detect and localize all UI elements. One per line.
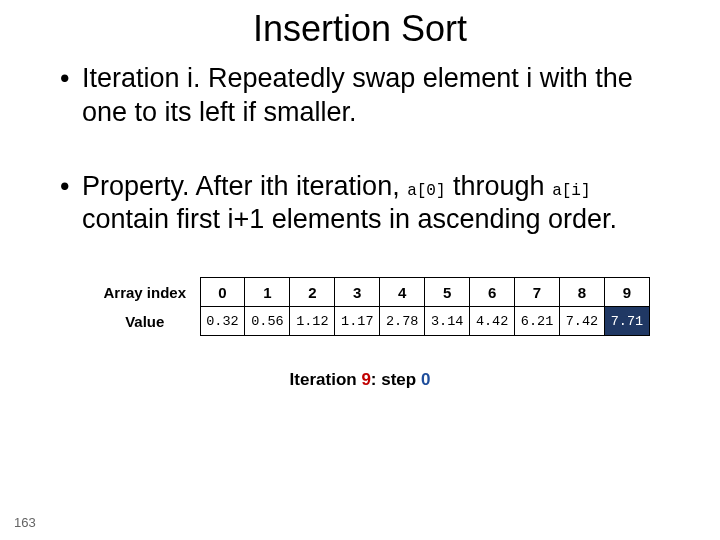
value-cell: 1.12 [290,307,335,336]
value-cell: 2.78 [380,307,425,336]
code-inline: a[0] [407,182,445,200]
index-cell: 8 [560,278,605,307]
slide-title: Insertion Sort [0,0,720,62]
bullet-text-post: contain first i+1 elements in ascending … [82,204,617,234]
bullet-text-pre: Property. After ith iteration, [82,171,407,201]
bullet-text: Property. After ith iteration, a[0] thro… [82,170,680,238]
index-cell: 2 [290,278,335,307]
array-table: Array index 0 1 2 3 4 5 6 7 8 9 Value 0.… [90,277,650,336]
bullet-item: • Property. After ith iteration, a[0] th… [60,170,680,238]
bullet-text-pre: Iteration i. Repeatedly swap element i w… [82,63,633,127]
index-cell: 1 [245,278,290,307]
value-cell: 0.56 [245,307,290,336]
iteration-number: 9 [361,370,370,389]
bullet-dot: • [60,62,82,130]
table-row: Array index 0 1 2 3 4 5 6 7 8 9 [90,278,650,307]
value-cell: 3.14 [425,307,470,336]
index-cell: 0 [200,278,245,307]
iteration-caption: Iteration 9: step 0 [0,370,720,390]
caption-mid: : step [371,370,421,389]
caption-pre: Iteration [290,370,362,389]
index-cell: 5 [425,278,470,307]
index-cell: 4 [380,278,425,307]
code-inline: a[i] [552,182,590,200]
value-cell: 1.17 [335,307,380,336]
value-cell: 0.32 [200,307,245,336]
value-cell: 4.42 [470,307,515,336]
index-cell: 7 [515,278,560,307]
value-cell: 6.21 [515,307,560,336]
bullet-list: • Iteration i. Repeatedly swap element i… [0,62,720,237]
row-header-value: Value [90,307,200,336]
row-header-index: Array index [90,278,200,307]
table-row: Value 0.32 0.56 1.12 1.17 2.78 3.14 4.42… [90,307,650,336]
index-cell: 6 [470,278,515,307]
value-cell: 7.42 [560,307,605,336]
bullet-item: • Iteration i. Repeatedly swap element i… [60,62,680,130]
page-number: 163 [14,515,36,530]
bullet-text-mid: through [446,171,553,201]
bullet-dot: • [60,170,82,238]
value-cell: 7.71 [604,307,649,336]
bullet-text: Iteration i. Repeatedly swap element i w… [82,62,680,130]
index-cell: 9 [604,278,649,307]
step-number: 0 [421,370,430,389]
index-cell: 3 [335,278,380,307]
